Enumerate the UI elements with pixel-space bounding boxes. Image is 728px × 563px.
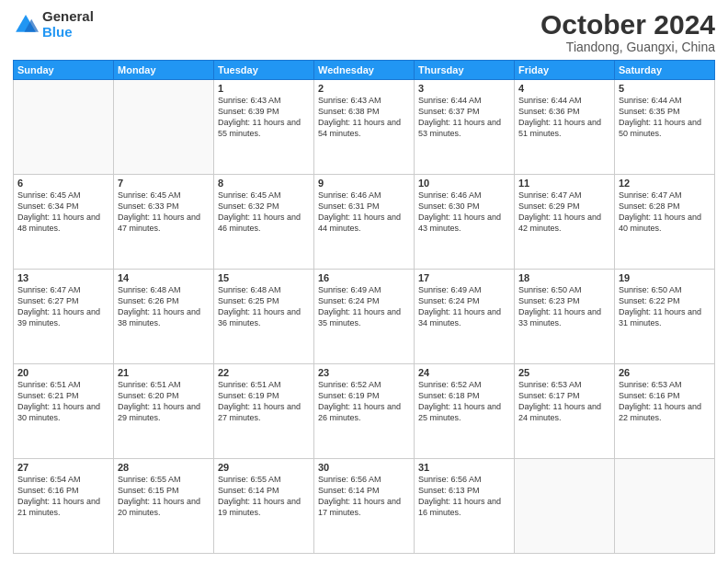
day-number: 26 (619, 367, 711, 378)
title-block: October 2024 Tiandong, Guangxi, China (540, 9, 715, 54)
calendar-cell: 11Sunrise: 6:47 AM Sunset: 6:29 PM Dayli… (515, 175, 615, 270)
day-info: Sunrise: 6:44 AM Sunset: 6:35 PM Dayligh… (619, 95, 711, 140)
day-number: 30 (318, 462, 410, 473)
day-info: Sunrise: 6:56 AM Sunset: 6:13 PM Dayligh… (418, 474, 510, 519)
day-info: Sunrise: 6:47 AM Sunset: 6:27 PM Dayligh… (17, 284, 109, 329)
location: Tiandong, Guangxi, China (540, 40, 715, 54)
day-info: Sunrise: 6:55 AM Sunset: 6:14 PM Dayligh… (218, 474, 310, 519)
day-info: Sunrise: 6:48 AM Sunset: 6:25 PM Dayligh… (218, 284, 310, 329)
weekday-header: Saturday (615, 61, 715, 80)
logo-icon (13, 12, 39, 38)
day-info: Sunrise: 6:44 AM Sunset: 6:37 PM Dayligh… (418, 95, 510, 140)
day-info: Sunrise: 6:45 AM Sunset: 6:33 PM Dayligh… (118, 190, 210, 235)
day-number: 7 (118, 178, 210, 189)
weekday-header: Sunday (14, 61, 114, 80)
calendar-cell: 7Sunrise: 6:45 AM Sunset: 6:33 PM Daylig… (114, 175, 214, 270)
calendar-cell: 25Sunrise: 6:53 AM Sunset: 6:17 PM Dayli… (515, 364, 615, 459)
logo-text: General Blue (42, 9, 94, 40)
day-number: 24 (418, 367, 510, 378)
weekday-header: Wednesday (314, 61, 415, 80)
calendar-cell: 6Sunrise: 6:45 AM Sunset: 6:34 PM Daylig… (14, 175, 114, 270)
day-number: 8 (218, 178, 310, 189)
day-info: Sunrise: 6:43 AM Sunset: 6:39 PM Dayligh… (218, 95, 310, 140)
calendar-cell: 14Sunrise: 6:48 AM Sunset: 6:26 PM Dayli… (114, 270, 214, 364)
calendar-cell: 22Sunrise: 6:51 AM Sunset: 6:19 PM Dayli… (214, 364, 314, 459)
day-info: Sunrise: 6:43 AM Sunset: 6:38 PM Dayligh… (318, 95, 410, 140)
calendar-cell: 30Sunrise: 6:56 AM Sunset: 6:14 PM Dayli… (314, 459, 415, 554)
day-info: Sunrise: 6:46 AM Sunset: 6:31 PM Dayligh… (318, 190, 410, 235)
day-number: 3 (418, 83, 510, 94)
day-info: Sunrise: 6:51 AM Sunset: 6:21 PM Dayligh… (17, 379, 109, 424)
day-info: Sunrise: 6:50 AM Sunset: 6:23 PM Dayligh… (518, 284, 610, 329)
day-number: 31 (418, 462, 510, 473)
day-number: 1 (218, 83, 310, 94)
calendar-cell: 13Sunrise: 6:47 AM Sunset: 6:27 PM Dayli… (14, 270, 114, 364)
day-number: 15 (218, 272, 310, 283)
day-number: 20 (17, 367, 109, 378)
weekday-header: Tuesday (214, 61, 314, 80)
weekday-header: Monday (114, 61, 214, 80)
day-number: 16 (318, 272, 410, 283)
header: General Blue October 2024 Tiandong, Guan… (13, 9, 715, 54)
day-number: 12 (619, 178, 711, 189)
day-number: 14 (118, 272, 210, 283)
day-info: Sunrise: 6:48 AM Sunset: 6:26 PM Dayligh… (118, 284, 210, 329)
calendar-cell: 28Sunrise: 6:55 AM Sunset: 6:15 PM Dayli… (114, 459, 214, 554)
week-row: 1Sunrise: 6:43 AM Sunset: 6:39 PM Daylig… (14, 80, 715, 175)
day-info: Sunrise: 6:49 AM Sunset: 6:24 PM Dayligh… (318, 284, 410, 329)
day-number: 5 (619, 83, 711, 94)
day-info: Sunrise: 6:45 AM Sunset: 6:32 PM Dayligh… (218, 190, 310, 235)
calendar-cell: 18Sunrise: 6:50 AM Sunset: 6:23 PM Dayli… (515, 270, 615, 364)
calendar-table: SundayMondayTuesdayWednesdayThursdayFrid… (13, 60, 715, 554)
day-info: Sunrise: 6:47 AM Sunset: 6:28 PM Dayligh… (619, 190, 711, 235)
weekday-header: Friday (515, 61, 615, 80)
calendar-cell (114, 80, 214, 175)
day-info: Sunrise: 6:54 AM Sunset: 6:16 PM Dayligh… (17, 474, 109, 519)
calendar-cell (515, 459, 615, 554)
day-number: 13 (17, 272, 109, 283)
day-number: 19 (619, 272, 711, 283)
day-number: 27 (17, 462, 109, 473)
page: General Blue October 2024 Tiandong, Guan… (0, 0, 728, 563)
logo: General Blue (13, 9, 94, 40)
calendar-cell: 8Sunrise: 6:45 AM Sunset: 6:32 PM Daylig… (214, 175, 314, 270)
weekday-header: Thursday (415, 61, 515, 80)
calendar-cell: 29Sunrise: 6:55 AM Sunset: 6:14 PM Dayli… (214, 459, 314, 554)
day-number: 18 (518, 272, 610, 283)
calendar-cell: 23Sunrise: 6:52 AM Sunset: 6:19 PM Dayli… (314, 364, 415, 459)
calendar-cell: 1Sunrise: 6:43 AM Sunset: 6:39 PM Daylig… (214, 80, 314, 175)
calendar-cell: 17Sunrise: 6:49 AM Sunset: 6:24 PM Dayli… (415, 270, 515, 364)
calendar-cell: 4Sunrise: 6:44 AM Sunset: 6:36 PM Daylig… (515, 80, 615, 175)
day-info: Sunrise: 6:49 AM Sunset: 6:24 PM Dayligh… (418, 284, 510, 329)
day-info: Sunrise: 6:45 AM Sunset: 6:34 PM Dayligh… (17, 190, 109, 235)
calendar-cell: 21Sunrise: 6:51 AM Sunset: 6:20 PM Dayli… (114, 364, 214, 459)
day-number: 28 (118, 462, 210, 473)
calendar-cell: 5Sunrise: 6:44 AM Sunset: 6:35 PM Daylig… (615, 80, 715, 175)
calendar-cell: 31Sunrise: 6:56 AM Sunset: 6:13 PM Dayli… (415, 459, 515, 554)
day-info: Sunrise: 6:53 AM Sunset: 6:16 PM Dayligh… (619, 379, 711, 424)
day-number: 21 (118, 367, 210, 378)
calendar-cell (615, 459, 715, 554)
day-number: 2 (318, 83, 410, 94)
month-title: October 2024 (540, 9, 715, 40)
weekday-header-row: SundayMondayTuesdayWednesdayThursdayFrid… (14, 61, 715, 80)
day-info: Sunrise: 6:52 AM Sunset: 6:18 PM Dayligh… (418, 379, 510, 424)
calendar-cell: 3Sunrise: 6:44 AM Sunset: 6:37 PM Daylig… (415, 80, 515, 175)
day-number: 25 (518, 367, 610, 378)
week-row: 20Sunrise: 6:51 AM Sunset: 6:21 PM Dayli… (14, 364, 715, 459)
day-number: 11 (518, 178, 610, 189)
calendar-cell: 24Sunrise: 6:52 AM Sunset: 6:18 PM Dayli… (415, 364, 515, 459)
day-info: Sunrise: 6:44 AM Sunset: 6:36 PM Dayligh… (518, 95, 610, 140)
day-info: Sunrise: 6:51 AM Sunset: 6:19 PM Dayligh… (218, 379, 310, 424)
day-info: Sunrise: 6:46 AM Sunset: 6:30 PM Dayligh… (418, 190, 510, 235)
logo-blue: Blue (42, 25, 94, 40)
day-info: Sunrise: 6:51 AM Sunset: 6:20 PM Dayligh… (118, 379, 210, 424)
calendar-cell: 26Sunrise: 6:53 AM Sunset: 6:16 PM Dayli… (615, 364, 715, 459)
logo-general: General (42, 9, 94, 25)
day-number: 29 (218, 462, 310, 473)
week-row: 27Sunrise: 6:54 AM Sunset: 6:16 PM Dayli… (14, 459, 715, 554)
day-info: Sunrise: 6:47 AM Sunset: 6:29 PM Dayligh… (518, 190, 610, 235)
calendar-cell: 10Sunrise: 6:46 AM Sunset: 6:30 PM Dayli… (415, 175, 515, 270)
day-number: 23 (318, 367, 410, 378)
week-row: 13Sunrise: 6:47 AM Sunset: 6:27 PM Dayli… (14, 270, 715, 364)
